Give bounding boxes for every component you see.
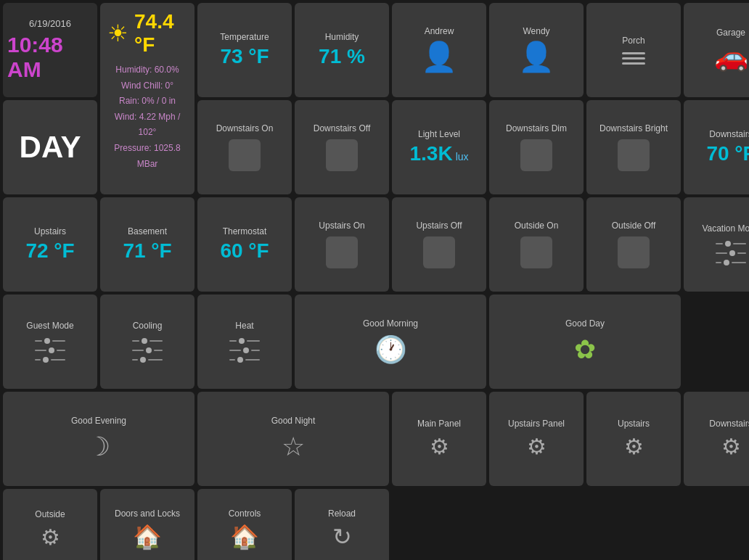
- good-evening-label: Good Evening: [71, 416, 126, 426]
- cooling-tile[interactable]: Cooling: [100, 295, 195, 389]
- reload-label: Reload: [328, 508, 356, 519]
- house-icon-controls: 🏠: [230, 523, 259, 551]
- switch-icon-downstairs-bright: [618, 139, 650, 171]
- pressure-line: Pressure: 1025.8 MBar: [107, 141, 187, 172]
- downstairs-off-button[interactable]: Downstairs Off: [295, 100, 389, 194]
- sliders-icon-heat: [229, 338, 260, 363]
- gear-icon-main: ⚙: [430, 434, 449, 459]
- gear-icon-upstairs-panel: ⚙: [527, 434, 547, 459]
- car-icon: 🚗: [714, 41, 748, 73]
- good-night-tile[interactable]: Good Night ☆: [197, 392, 389, 486]
- upstairs-on-button[interactable]: Upstairs On: [295, 197, 389, 292]
- andrew-label: Andrew: [425, 26, 454, 36]
- upstairs-temp-value: 72 °F: [25, 239, 74, 263]
- outside-off-label: Outside Off: [612, 221, 655, 231]
- good-day-tile[interactable]: Good Day ✿: [489, 295, 681, 389]
- sliders-icon-guest: [35, 338, 65, 363]
- gear-icon-outside: ⚙: [41, 524, 60, 550]
- reload-icon: ↻: [332, 523, 352, 551]
- switch-icon-upstairs-on: [326, 236, 358, 268]
- gear-icon-upstairs: ⚙: [624, 434, 644, 459]
- controls-label: Controls: [229, 508, 261, 519]
- humidity-line: Humidity: 60.0%: [107, 62, 187, 78]
- menu-icon-porch: [622, 52, 645, 65]
- basement-temp-tile: Basement 71 °F: [100, 197, 195, 292]
- day-display: DAY: [20, 130, 81, 165]
- light-unit: lux: [456, 151, 469, 162]
- wendy-label: Wendy: [523, 26, 549, 36]
- main-panel-label: Main Panel: [417, 419, 461, 429]
- wendy-tile: Wendy 👤: [489, 3, 584, 97]
- switch-icon-downstairs-dim: [520, 139, 552, 171]
- sun-icon: ☀: [107, 20, 128, 47]
- guest-mode-tile[interactable]: Guest Mode: [3, 295, 97, 389]
- upstairs-off-label: Upstairs Off: [416, 221, 462, 231]
- good-evening-tile[interactable]: Good Evening ☽: [3, 392, 195, 486]
- upstairs-on-label: Upstairs On: [319, 221, 364, 231]
- outside-on-button[interactable]: Outside On: [489, 197, 584, 292]
- time-display: 10:48 AM: [7, 33, 93, 82]
- garage-tile: Garage 🚗: [684, 3, 749, 97]
- vacation-mode-tile[interactable]: Vacation Mode: [684, 197, 749, 292]
- downstairs-bright-button[interactable]: Downstairs Bright: [586, 100, 681, 194]
- thermostat-value: 60 °F: [220, 239, 269, 263]
- main-panel-nav[interactable]: Main Panel ⚙: [392, 392, 486, 486]
- upstairs-off-button[interactable]: Upstairs Off: [392, 197, 486, 292]
- temperature-label: Temperature: [220, 32, 269, 42]
- person-icon-wendy: 👤: [518, 40, 554, 74]
- weather-tile: ☀ 74.4 °F Humidity: 60.0% Wind Chill: 0°…: [100, 3, 195, 194]
- day-tile: DAY: [3, 100, 97, 194]
- outside-off-button[interactable]: Outside Off: [586, 197, 681, 292]
- doors-locks-label: Doors and Locks: [115, 508, 180, 519]
- heat-tile[interactable]: Heat: [197, 295, 292, 389]
- thermostat-tile: Thermostat 60 °F: [197, 197, 292, 292]
- downstairs-dim-label: Downstairs Dim: [506, 123, 567, 133]
- doors-locks-nav[interactable]: Doors and Locks 🏠: [100, 489, 195, 560]
- vacation-mode-label: Vacation Mode: [702, 223, 749, 234]
- upstairs-temp-tile: Upstairs 72 °F: [3, 197, 97, 292]
- downstairs-on-label: Downstairs On: [216, 123, 274, 133]
- person-icon-andrew: 👤: [421, 40, 457, 74]
- downstairs-dim-button[interactable]: Downstairs Dim: [489, 100, 584, 194]
- sliders-icon-vacation: [716, 241, 746, 265]
- outside-label: Outside: [35, 509, 65, 519]
- upstairs-nav[interactable]: Upstairs ⚙: [586, 392, 681, 486]
- light-level-tile: Light Level 1.3K lux: [392, 100, 486, 194]
- upstairs-panel-nav[interactable]: Upstairs Panel ⚙: [489, 392, 584, 486]
- downstairs-nav[interactable]: Downstairs ⚙: [684, 392, 749, 486]
- rain-line: Rain: 0% / 0 in: [107, 94, 187, 110]
- moon-icon: ☽: [87, 432, 110, 462]
- heat-label: Heat: [235, 321, 253, 331]
- wind-chill-line: Wind Chill: 0°: [107, 78, 187, 94]
- downstairs-temp-tile: Downstairs 70 °F: [684, 100, 749, 194]
- downstairs-on-button[interactable]: Downstairs On: [197, 100, 292, 194]
- downstairs-nav-label: Downstairs: [709, 419, 749, 429]
- upstairs-panel-label: Upstairs Panel: [508, 419, 565, 429]
- downstairs-bright-label: Downstairs Bright: [599, 123, 668, 133]
- weather-temp: 74.4 °F: [134, 10, 187, 57]
- date-display: 6/19/2016: [29, 18, 71, 30]
- reload-nav[interactable]: Reload ↻: [295, 489, 389, 560]
- star-icon: ☆: [282, 432, 305, 462]
- switch-icon-downstairs-off: [326, 139, 358, 171]
- wind-line: Wind: 4.22 Mph / 102°: [107, 110, 187, 141]
- humidity-label: Humidity: [325, 32, 359, 42]
- sliders-icon-cooling: [132, 338, 163, 363]
- controls-nav[interactable]: Controls 🏠: [197, 489, 292, 560]
- weather-details: Humidity: 60.0% Wind Chill: 0° Rain: 0% …: [107, 62, 187, 172]
- switch-icon-downstairs-on: [229, 139, 261, 171]
- thermostat-label: Thermostat: [223, 226, 267, 236]
- good-morning-tile[interactable]: Good Morning 🕐: [295, 295, 486, 389]
- light-label: Light Level: [418, 129, 460, 139]
- good-morning-label: Good Morning: [363, 318, 418, 329]
- switch-icon-upstairs-off: [423, 236, 455, 268]
- switch-icon-outside-on: [520, 236, 552, 268]
- outside-nav[interactable]: Outside ⚙: [3, 489, 97, 560]
- upstairs-temp-label: Upstairs: [34, 226, 66, 236]
- porch-label: Porch: [622, 36, 644, 46]
- dashboard-grid: 6/19/2016 10:48 AM ☀ 74.4 °F Humidity: 6…: [0, 0, 749, 560]
- garage-label: Garage: [716, 28, 745, 38]
- light-value: 1.3K: [409, 142, 452, 165]
- temperature-value: 73 °F: [220, 45, 269, 68]
- temperature-tile: Temperature 73 °F: [197, 3, 292, 97]
